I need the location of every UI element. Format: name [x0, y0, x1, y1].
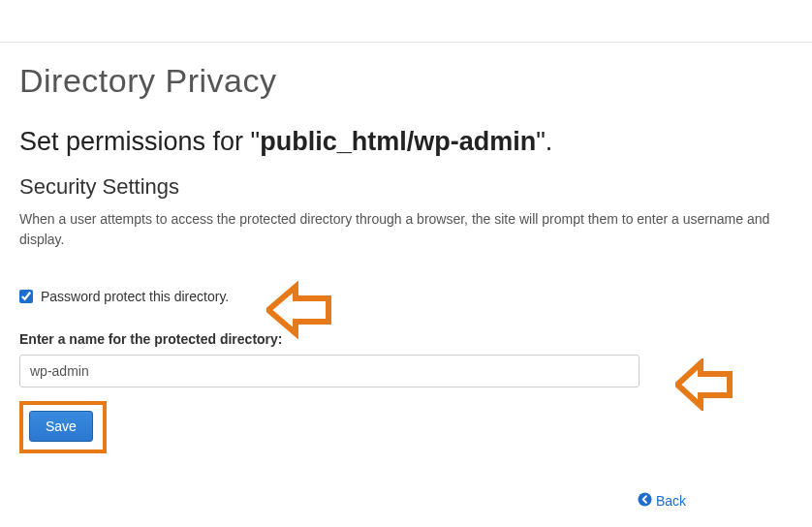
page-title: Directory Privacy: [19, 62, 812, 100]
permissions-prefix: Set permissions for ": [19, 127, 260, 156]
back-link[interactable]: Back: [638, 492, 686, 510]
permissions-heading: Set permissions for "public_html/wp-admi…: [19, 127, 812, 157]
main-content: Directory Privacy Set permissions for "p…: [0, 43, 812, 453]
directory-name-label: Enter a name for the protected directory…: [19, 331, 812, 347]
password-protect-checkbox[interactable]: [19, 290, 33, 303]
password-protect-row: Password protect this directory.: [19, 289, 812, 304]
top-bar: [0, 0, 812, 43]
save-highlight-box: Save: [19, 401, 107, 453]
section-description: When a user attempts to access the prote…: [19, 209, 812, 250]
password-protect-label[interactable]: Password protect this directory.: [41, 289, 229, 304]
permissions-path: public_html/wp-admin: [260, 127, 536, 156]
section-title: Security Settings: [19, 174, 812, 200]
directory-name-input[interactable]: [19, 355, 640, 388]
back-arrow-icon: [638, 492, 652, 510]
svg-point-0: [638, 492, 651, 506]
permissions-suffix: ".: [536, 127, 552, 156]
save-button[interactable]: Save: [29, 411, 93, 442]
back-link-label: Back: [656, 493, 686, 509]
